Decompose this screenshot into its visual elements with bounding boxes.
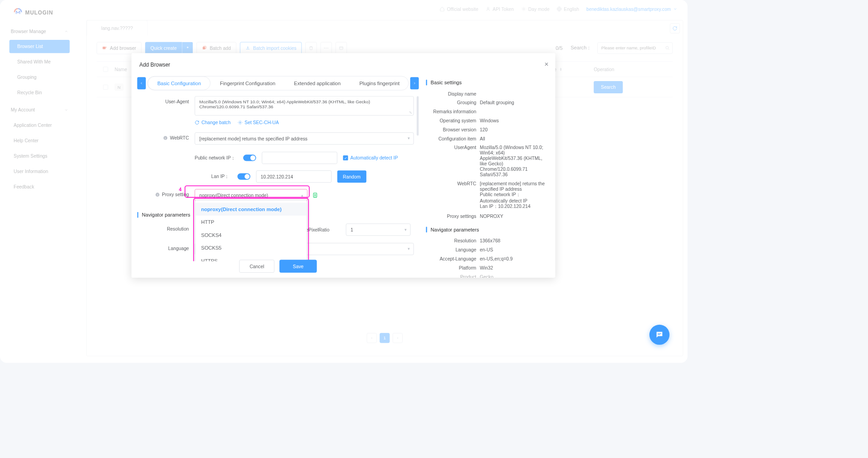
modal-close-button[interactable]: ✕ [544, 61, 549, 67]
lan-ip-label: Lan IP： [211, 174, 229, 180]
change-batch-label: Change batch [201, 120, 230, 125]
export-icon[interactable] [312, 192, 318, 198]
summary-ua-value: Mozilla/5.0 (Windows NT 10.0; Win64; x64… [480, 145, 546, 177]
proxy-label: Proxy setting [162, 192, 189, 198]
close-icon: ✕ [544, 61, 549, 67]
config-item-value: All [480, 136, 546, 141]
os-label: Operating system [426, 118, 480, 124]
summary-panel: Basic settings Display name GroupingDefa… [419, 76, 549, 278]
pub-ip-input[interactable] [262, 152, 337, 164]
display-name-label: Display name [426, 91, 480, 96]
set-sec-link[interactable]: Set SEC-CH-UA [238, 120, 279, 125]
random-button[interactable]: Random [337, 170, 366, 183]
os-value: Windows [480, 118, 546, 124]
webrtc-value: [replacement mode] returns the specified… [200, 136, 307, 141]
summary-proxy-label: Proxy settings [426, 213, 480, 219]
pub-ip-label: Public network IP： [195, 154, 235, 161]
refresh-icon [195, 120, 199, 125]
nav-params-heading: Navigator parameters [142, 212, 190, 218]
pub-ip-switch[interactable] [244, 154, 257, 161]
config-item-label: Configuration item [426, 136, 480, 141]
display-name-value [480, 91, 546, 96]
basic-settings-heading: Basic settings [431, 80, 462, 86]
chevron-down-icon: ▾ [408, 247, 410, 251]
summary-prod-label: Product [426, 274, 480, 278]
summary-plat-value: Win32 [480, 265, 546, 270]
proxy-value: noproxy(Direct connection mode) [200, 193, 268, 198]
form-area: User-Agent Mozilla/5.0 (Windows NT 10.0;… [137, 96, 419, 261]
summary-webrtc-value: [replacement mode] returns the specified… [480, 181, 546, 210]
summary-res-label: Resolution [426, 238, 480, 244]
cancel-button[interactable]: Cancel [239, 260, 274, 273]
chat-fab[interactable] [649, 325, 669, 345]
summary-prod-value: Gecko [480, 274, 546, 278]
summary-ua-label: UserAgent [426, 145, 480, 177]
section-bar [426, 227, 427, 233]
lan-ip-switch[interactable] [237, 174, 250, 180]
browser-version-label: Browser version [426, 127, 480, 132]
section-bar [137, 212, 138, 218]
info-icon: i [163, 135, 168, 140]
add-browser-modal: Add Browser ✕ Basic Configuration Finger… [132, 53, 556, 278]
proxy-select[interactable]: noproxy(Direct connection mode) ▴ [195, 189, 307, 201]
svg-rect-17 [658, 333, 661, 334]
auto-detect-wrap[interactable]: ✓ Automatically detect IP [343, 155, 398, 161]
tab-fingerprint[interactable]: Fingerprint Configuration [210, 77, 284, 90]
tabs-next[interactable] [410, 77, 419, 89]
dpr-value: 1 [351, 227, 353, 232]
gear-icon [238, 120, 242, 125]
summary-lang-value: en-US [480, 247, 546, 253]
ua-textarea[interactable]: Mozilla/5.0 (Windows NT 10.0; Win64; x64… [195, 96, 414, 116]
tabs-prev[interactable] [137, 77, 146, 89]
modal-footer: Cancel Save [137, 260, 419, 273]
resolution-label: Resolution [137, 223, 195, 231]
scrollbar[interactable] [417, 96, 419, 135]
chat-icon [655, 330, 664, 339]
modal-title: Add Browser [139, 62, 170, 67]
chevron-up-icon: ▴ [301, 193, 303, 198]
proxy-option-http[interactable]: HTTP [195, 216, 307, 229]
save-button[interactable]: Save [279, 260, 317, 273]
summary-plat-label: Platform [426, 265, 480, 270]
ua-label: User-Agent [137, 96, 195, 104]
dpr-select[interactable]: 1 ▾ [346, 223, 411, 236]
proxy-option-noproxy[interactable]: noproxy(Direct connection mode) [195, 202, 307, 216]
auto-detect-checkbox[interactable]: ✓ [343, 155, 348, 160]
modal-left-panel: Basic Configuration Fingerprint Configur… [137, 76, 419, 278]
summary-al-label: Accept-Language [426, 256, 480, 261]
tab-basic[interactable]: Basic Configuration [148, 77, 211, 90]
summary-webrtc-label: WebRTC [426, 181, 480, 210]
browser-version-value: 120 [480, 127, 546, 132]
tab-extended[interactable]: Extended application [285, 77, 350, 90]
ua-value: Mozilla/5.0 (Windows NT 10.0; Win64; x64… [200, 99, 371, 109]
auto-detect-label: Automatically detect IP [351, 155, 398, 161]
remarks-value [480, 109, 546, 115]
section-bar [426, 80, 427, 86]
config-tabs: Basic Configuration Fingerprint Configur… [137, 76, 419, 91]
summary-al-value: en-US,en;q=0.9 [480, 256, 546, 261]
tab-plugins[interactable]: Plugins fingerprint [350, 77, 409, 90]
language-label: Language [137, 243, 195, 251]
webrtc-label: WebRTC [170, 135, 189, 141]
info-icon: i [155, 193, 160, 197]
grouping-value: Default grouping [480, 100, 546, 106]
summary-proxy-value: NOPROXY [480, 213, 546, 219]
svg-point-11 [239, 122, 241, 123]
chevron-down-icon: ▾ [408, 136, 410, 141]
summary-res-value: 1366x768 [480, 238, 546, 244]
proxy-option-socks5[interactable]: SOCKS5 [195, 241, 307, 255]
resize-handle-icon[interactable]: ⤡ [409, 111, 412, 115]
lan-ip-input[interactable] [256, 170, 331, 183]
summary-lang-label: Language [426, 247, 480, 253]
remarks-label: Remarks information [426, 109, 480, 115]
proxy-dropdown: noproxy(Direct connection mode) HTTP SOC… [195, 200, 307, 261]
set-sec-label: Set SEC-CH-UA [244, 120, 279, 125]
chevron-down-icon: ▾ [405, 227, 407, 232]
proxy-option-socks4[interactable]: SOCKS4 [195, 229, 307, 242]
svg-rect-18 [658, 334, 660, 335]
webrtc-select[interactable]: [replacement mode] returns the specified… [195, 132, 414, 145]
grouping-label: Grouping [426, 100, 480, 106]
change-batch-link[interactable]: Change batch [195, 120, 230, 125]
nav-params-heading-2: Navigator parameters [431, 227, 479, 233]
